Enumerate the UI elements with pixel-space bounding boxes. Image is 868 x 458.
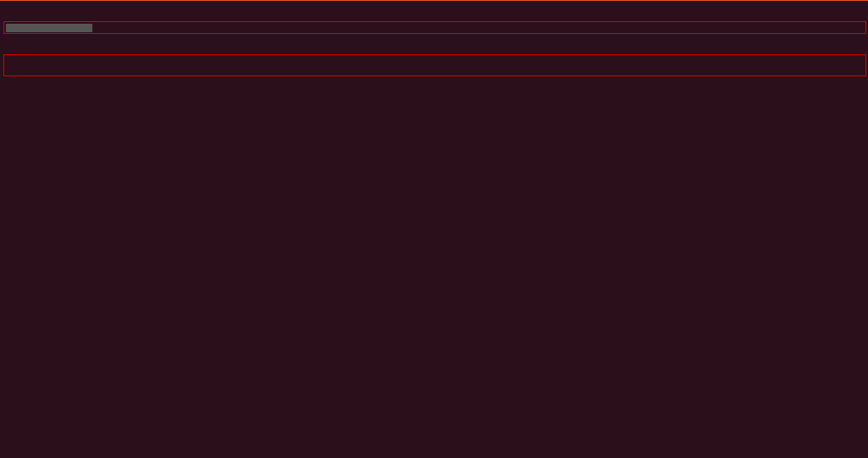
terminal-output[interactable] [0,2,868,87]
join-command-highlight [3,21,866,34]
redacted-ip [6,24,92,32]
nodes-table-highlight [3,54,866,76]
window-top-border [0,0,868,1]
